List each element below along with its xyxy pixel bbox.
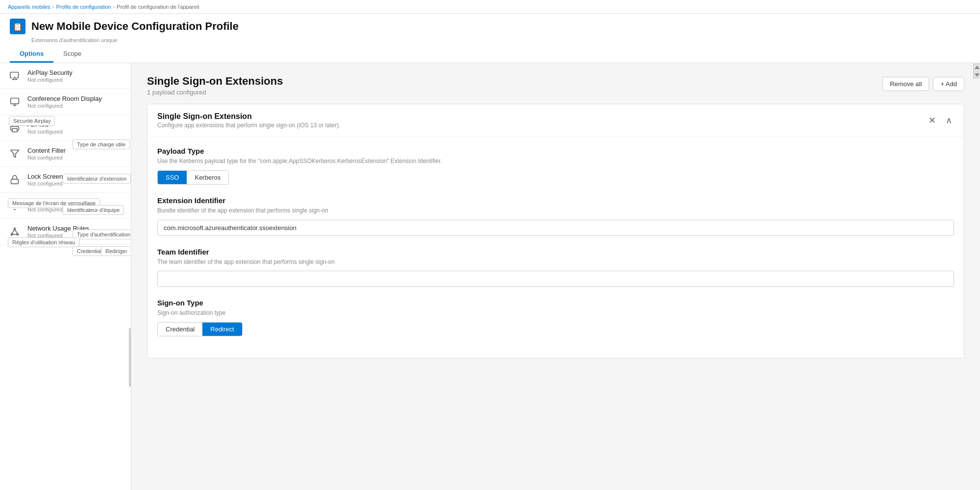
- extension-identifier-section: Extension Identifier Bundle identifier o…: [157, 196, 954, 236]
- network-icon: [8, 225, 22, 238]
- breadcrumb-current: Profil de configuration de l'appareil: [117, 4, 199, 10]
- lock-icon: [8, 173, 22, 187]
- display-icon: [8, 95, 22, 109]
- tab-scope[interactable]: Scope: [53, 46, 91, 63]
- content-title: Single Sign-on Extensions: [147, 75, 283, 88]
- sidebar-status-notif: Not configured: [27, 207, 123, 212]
- team-identifier-label: Team Identifier: [157, 248, 954, 256]
- sign-on-type-section: Sign-on Type Sign-on authorization type …: [157, 299, 954, 336]
- extension-identifier-label: Extension Identifier: [157, 196, 954, 205]
- svg-marker-0: [13, 77, 17, 80]
- svg-rect-4: [12, 129, 17, 132]
- card-title: Single Sign-on Extension: [157, 112, 341, 121]
- card-collapse-button[interactable]: ∧: [944, 113, 954, 128]
- team-identifier-description: The team identifier of the app extension…: [157, 258, 954, 266]
- payload-kerberos-button[interactable]: Kerberos: [187, 171, 228, 184]
- sidebar-item-airprint[interactable]: AirPrint Not configured: [0, 115, 131, 141]
- main-layout: Sécurité Airplay Type de charge utile Id…: [0, 63, 980, 490]
- extension-identifier-input[interactable]: [157, 220, 954, 236]
- content-actions: Remove all + Add: [882, 77, 964, 91]
- sidebar-label-network: Network Usage Rules: [27, 225, 123, 232]
- scroll-top-arrow[interactable]: [973, 63, 980, 71]
- svg-rect-1: [11, 98, 19, 104]
- sidebar-scrollbar-thumb[interactable]: [129, 328, 131, 387]
- sidebar-item-content-airprint: AirPrint Not configured: [27, 121, 123, 135]
- sidebar-item-lock-screen[interactable]: Lock Screen Message Not configured: [0, 167, 131, 193]
- svg-point-7: [14, 228, 15, 230]
- page-icon: 📋: [10, 19, 25, 34]
- card-subtitle: Configure app extensions that perform si…: [157, 122, 341, 129]
- breadcrumb: Appareils mobiles › Profils de configura…: [0, 0, 980, 14]
- extension-identifier-description: Bundle identifier of the app extension t…: [157, 207, 954, 215]
- tabs-row: Options Scope: [10, 46, 970, 63]
- tooltip-credential: Credential: [73, 246, 106, 256]
- card-close-button[interactable]: ✕: [927, 113, 938, 128]
- sign-on-type-label: Sign-on Type: [157, 299, 954, 307]
- payload-sso-button[interactable]: SSO: [158, 171, 187, 184]
- sidebar-status-network: Not configured: [27, 233, 123, 238]
- sidebar-item-content-network: Network Usage Rules Not configured: [27, 225, 123, 238]
- sidebar-item-content-airplay: AirPlay Security Not configured: [27, 69, 123, 83]
- sidebar-item-network[interactable]: Network Usage Rules Not configured: [0, 219, 131, 245]
- payload-type-section: Payload Type Use the Kerberos payload ty…: [157, 147, 954, 185]
- page-title: New Mobile Device Configuration Profile: [31, 20, 239, 33]
- svg-rect-6: [11, 179, 19, 184]
- add-button[interactable]: + Add: [933, 77, 964, 91]
- sidebar-item-content-filter[interactable]: Content Filter Not configured: [0, 141, 131, 167]
- breadcrumb-appareils[interactable]: Appareils mobiles: [8, 4, 50, 10]
- card-body: Payload Type Use the Kerberos payload ty…: [147, 137, 964, 358]
- tab-options[interactable]: Options: [10, 46, 53, 63]
- breadcrumb-sep-2: ›: [113, 4, 115, 10]
- sidebar-label-notif: Notifications: [27, 199, 123, 206]
- main-content: Single Sign-on Extensions 1 payload conf…: [131, 63, 980, 490]
- sidebar: Sécurité Airplay Type de charge utile Id…: [0, 63, 131, 490]
- remove-all-button[interactable]: Remove all: [882, 77, 929, 91]
- sso-extension-card: Single Sign-on Extension Configure app e…: [147, 104, 964, 358]
- sign-on-type-toggle: Credential Redirect: [157, 322, 243, 336]
- sidebar-status-airplay: Not configured: [27, 77, 123, 83]
- payload-type-description: Use the Kerberos payload type for the "c…: [157, 157, 954, 165]
- redirect-button[interactable]: Redirect: [202, 323, 242, 336]
- content-subtitle: 1 payload configured: [147, 89, 283, 96]
- content-header: Single Sign-on Extensions 1 payload conf…: [131, 63, 980, 104]
- bell-icon: [8, 199, 22, 212]
- sidebar-label-airprint: AirPrint: [27, 121, 123, 128]
- svg-line-11: [15, 230, 18, 233]
- breadcrumb-sep-1: ›: [52, 4, 54, 10]
- sidebar-status-conference: Not configured: [27, 103, 123, 109]
- sidebar-item-content-lock: Lock Screen Message Not configured: [27, 173, 123, 187]
- filter-icon: [8, 147, 22, 161]
- card-header: Single Sign-on Extension Configure app e…: [147, 104, 964, 137]
- sign-on-type-description: Sign-on authorization type: [157, 309, 954, 317]
- payload-type-toggle: SSO Kerberos: [157, 170, 229, 185]
- sidebar-item-content-notif: Notifications Not configured: [27, 199, 123, 212]
- sidebar-label-filter: Content Filter: [27, 147, 123, 154]
- card-actions: ✕ ∧: [927, 113, 954, 128]
- credential-button[interactable]: Credential: [158, 323, 202, 336]
- payload-type-label: Payload Type: [157, 147, 954, 155]
- page-header: 📋 New Mobile Device Configuration Profil…: [0, 14, 980, 63]
- card-title-group: Single Sign-on Extension Configure app e…: [157, 112, 341, 129]
- sidebar-status-lock: Not configured: [27, 181, 123, 187]
- sidebar-label-airplay: AirPlay Security: [27, 69, 123, 76]
- sidebar-item-content-filter-c: Content Filter Not configured: [27, 147, 123, 161]
- team-identifier-input[interactable]: [157, 271, 954, 287]
- sidebar-item-notifications[interactable]: Notifications Not configured: [0, 193, 131, 219]
- sidebar-label-lock: Lock Screen Message: [27, 173, 123, 180]
- sidebar-status-filter: Not configured: [27, 155, 123, 161]
- content-title-group: Single Sign-on Extensions 1 payload conf…: [147, 75, 283, 96]
- breadcrumb-profils[interactable]: Profils de configuration: [56, 4, 111, 10]
- scroll-bottom-arrow[interactable]: [973, 71, 980, 79]
- airplay-icon: [8, 69, 22, 83]
- print-icon: [8, 121, 22, 135]
- section-breadcrumb: Extensions d'authentification unique: [31, 37, 970, 43]
- sidebar-item-airplay-security[interactable]: AirPlay Security Not configured: [0, 63, 131, 89]
- team-identifier-section: Team Identifier The team identifier of t…: [157, 248, 954, 287]
- svg-marker-5: [11, 150, 19, 158]
- svg-line-10: [12, 230, 15, 233]
- sidebar-status-airprint: Not configured: [27, 129, 123, 135]
- sidebar-item-content-conference: Conference Room Display Not configured: [27, 95, 123, 109]
- tooltip-rediriger: Rediriger: [101, 246, 131, 256]
- sidebar-item-conference[interactable]: Conference Room Display Not configured: [0, 89, 131, 115]
- sidebar-label-conference: Conference Room Display: [27, 95, 123, 102]
